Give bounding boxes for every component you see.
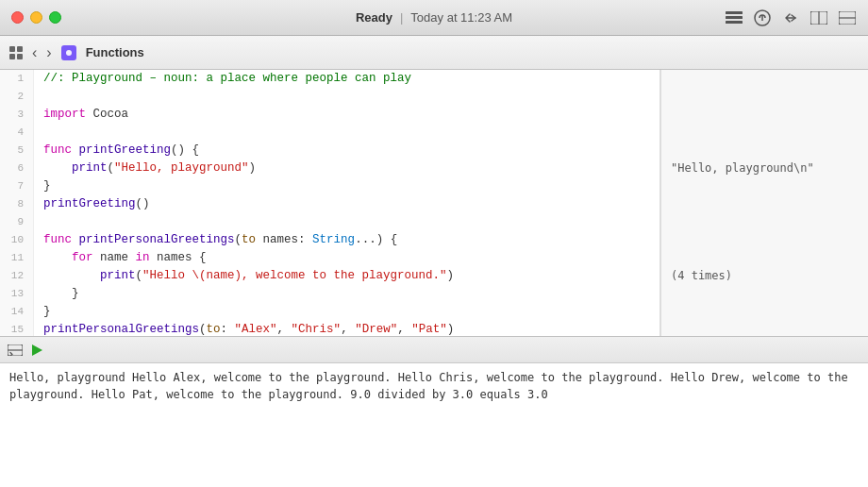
grid-icon[interactable]: [9, 46, 23, 59]
line-number: 9: [0, 213, 34, 231]
table-row: 10func printPersonalGreetings(to names: …: [0, 231, 659, 249]
svg-marker-16: [32, 344, 42, 356]
traffic-lights: [11, 11, 61, 24]
line-content[interactable]: [34, 124, 659, 142]
back-icon[interactable]: [781, 8, 800, 27]
line-content[interactable]: [34, 213, 659, 231]
minimize-button[interactable]: [30, 11, 42, 24]
line-content[interactable]: printGreeting(): [34, 195, 659, 213]
main-area: 1//: Playground – noun: a place where pe…: [0, 70, 868, 487]
result-value: (4 times): [671, 267, 732, 285]
table-row: 14}: [0, 303, 659, 321]
line-content[interactable]: func printGreeting() {: [34, 142, 659, 160]
line-content[interactable]: [34, 88, 659, 106]
table-row: 4: [0, 124, 659, 142]
line-number: 8: [0, 195, 34, 213]
result-row: [661, 213, 868, 231]
line-content[interactable]: func printPersonalGreetings(to names: St…: [34, 231, 659, 249]
line-number: 1: [0, 70, 34, 88]
line-content[interactable]: }: [34, 303, 659, 321]
fullscreen-button[interactable]: [49, 11, 61, 24]
result-row: [661, 321, 868, 336]
result-row: [661, 88, 868, 106]
title-divider: |: [400, 10, 403, 25]
svg-rect-11: [17, 54, 23, 59]
result-row: [661, 285, 868, 303]
editor-area: 1//: Playground – noun: a place where pe…: [0, 70, 868, 336]
nav-forward-button[interactable]: ›: [42, 42, 55, 63]
code-editor[interactable]: 1//: Playground – noun: a place where pe…: [0, 70, 660, 336]
result-row: [661, 231, 868, 249]
result-row: [661, 303, 868, 321]
result-row: [661, 124, 868, 142]
line-number: 14: [0, 303, 34, 321]
table-row: 7}: [0, 177, 659, 195]
line-number: 12: [0, 267, 34, 285]
line-content[interactable]: printPersonalGreetings(to: "Alex", "Chri…: [34, 321, 659, 336]
line-number: 10: [0, 231, 34, 249]
line-number: 11: [0, 249, 34, 267]
bottom-toolbar: [0, 337, 868, 363]
result-row: [661, 177, 868, 195]
svg-point-13: [66, 50, 72, 56]
status-ready: Ready: [356, 10, 392, 25]
table-row: 2: [0, 88, 659, 106]
title-time: Today at 11:23 AM: [410, 10, 512, 25]
line-content[interactable]: for name in names {: [34, 249, 659, 267]
editor-icon[interactable]: [725, 8, 743, 27]
table-row: 12 print("Hello \(name), welcome to the …: [0, 267, 659, 285]
console-toggle-button[interactable]: [8, 344, 23, 356]
svg-rect-8: [9, 46, 15, 52]
line-number: 2: [0, 88, 34, 106]
nav-buttons: ‹ ›: [28, 42, 56, 63]
line-number: 7: [0, 177, 34, 195]
line-content[interactable]: print("Hello, playground"): [34, 160, 659, 177]
table-row: 15printPersonalGreetings(to: "Alex", "Ch…: [0, 321, 659, 336]
svg-rect-9: [17, 46, 23, 52]
share-icon[interactable]: [753, 8, 772, 27]
line-content[interactable]: }: [34, 177, 659, 195]
svg-rect-10: [9, 54, 15, 59]
result-row: [661, 142, 868, 160]
line-number: 13: [0, 285, 34, 303]
table-row: 8printGreeting(): [0, 195, 659, 213]
result-row: [661, 195, 868, 213]
console-output: Hello, playground Hello Alex, welcome to…: [0, 363, 868, 487]
playground-icon: [61, 45, 76, 60]
title-bar: Ready | Today at 11:23 AM: [0, 0, 868, 36]
result-row: "Hello, playground\n": [661, 160, 868, 177]
table-row: 11 for name in names {: [0, 249, 659, 267]
title-bar-right: [725, 8, 857, 27]
split-icon[interactable]: [810, 8, 828, 27]
table-row: 3import Cocoa: [0, 106, 659, 124]
line-content[interactable]: //: Playground – noun: a place where peo…: [34, 70, 659, 88]
line-number: 3: [0, 106, 34, 124]
table-row: 13 }: [0, 285, 659, 303]
result-value: "Hello, playground\n": [671, 160, 814, 177]
line-content[interactable]: import Cocoa: [34, 106, 659, 124]
line-content[interactable]: print("Hello \(name), welcome to the pla…: [34, 267, 659, 285]
line-number: 6: [0, 160, 34, 177]
close-button[interactable]: [11, 11, 24, 24]
run-button[interactable]: [30, 344, 43, 357]
toolbar-title: Functions: [86, 45, 144, 59]
svg-rect-2: [726, 21, 743, 24]
bottom-panel: Hello, playground Hello Alex, welcome to…: [0, 336, 868, 487]
toolbar: ‹ › Functions: [0, 36, 868, 70]
line-number: 15: [0, 321, 34, 336]
svg-rect-1: [726, 16, 743, 19]
table-row: 5func printGreeting() {: [0, 142, 659, 160]
code-lines: 1//: Playground – noun: a place where pe…: [0, 70, 659, 336]
table-row: 1//: Playground – noun: a place where pe…: [0, 70, 659, 88]
result-row: [661, 249, 868, 267]
table-row: 6 print("Hello, playground"): [0, 160, 659, 177]
result-row: [661, 106, 868, 124]
result-row: (4 times): [661, 267, 868, 285]
results-sidebar: "Hello, playground\n"(4 times)"9.0 divid…: [660, 70, 868, 336]
svg-rect-0: [726, 11, 743, 14]
nav-back-button[interactable]: ‹: [28, 42, 41, 63]
layout-icon[interactable]: [838, 8, 857, 27]
line-content[interactable]: }: [34, 285, 659, 303]
title-bar-center: Ready | Today at 11:23 AM: [356, 10, 512, 25]
result-row: [661, 70, 868, 88]
